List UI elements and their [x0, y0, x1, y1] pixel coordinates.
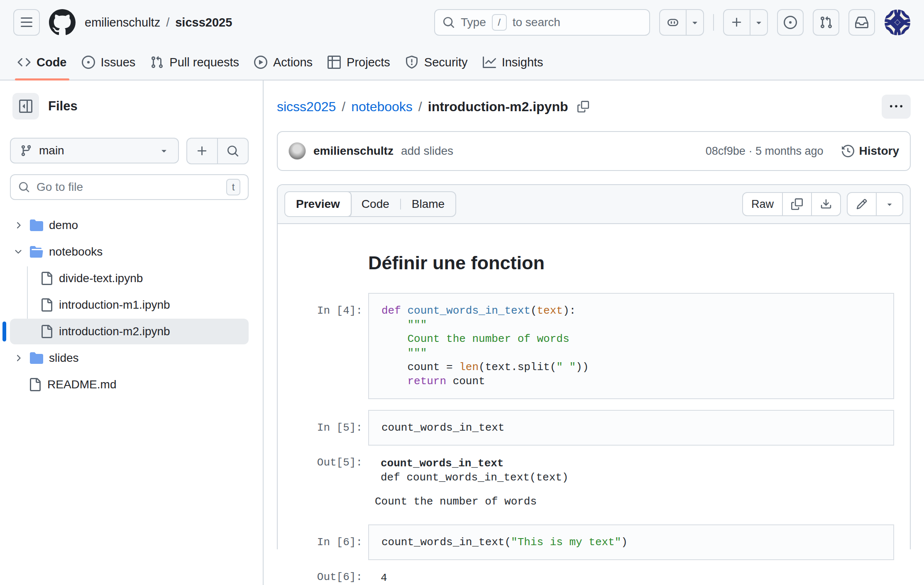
file-icon — [40, 325, 53, 338]
go-to-file-input[interactable]: Go to file t — [10, 174, 249, 200]
breadcrumb-folder-link[interactable]: notebooks — [351, 99, 413, 115]
commit-sha[interactable]: 08cf9be — [706, 145, 746, 157]
breadcrumb-repo[interactable]: sicss2025 — [175, 16, 232, 29]
folder-children: divide-text.ipynbintroduction-m1.ipynbin… — [10, 266, 249, 344]
commit-meta: 08cf9be · 5 months ago — [706, 145, 824, 158]
sidebar-item-introduction-m2-ipynb[interactable]: introduction-m2.ipynb — [10, 319, 249, 344]
tab-projects[interactable]: Projects — [320, 45, 398, 80]
commit-author[interactable]: emilienschultz — [313, 144, 394, 158]
sidebar-item-slides[interactable]: slides — [10, 345, 249, 371]
slash-key-hint: / — [492, 14, 507, 31]
commit-author-avatar[interactable] — [288, 142, 306, 160]
item-label: introduction-m1.ipynb — [59, 298, 170, 312]
copilot-icon — [666, 16, 680, 29]
sidebar-item-introduction-m1-ipynb[interactable]: introduction-m1.ipynb — [10, 292, 249, 318]
collapse-file-tree-button[interactable] — [12, 93, 39, 119]
sidebar-item-demo[interactable]: demo — [10, 212, 249, 238]
sidebar-item-notebooks[interactable]: notebooks — [10, 239, 249, 265]
history-link[interactable]: History — [842, 144, 899, 158]
commit-message[interactable]: add slides — [401, 144, 453, 158]
file-actions: Raw — [742, 192, 903, 216]
plus-icon — [196, 145, 208, 157]
go-to-file-placeholder: Go to file — [37, 180, 83, 194]
cell-prompt: In [5]: — [278, 410, 368, 446]
breadcrumb: emilienschultz / sicss2025 — [85, 16, 232, 29]
pr-icon — [150, 56, 164, 69]
avatar-pattern — [884, 9, 911, 36]
tab-blame[interactable]: Blame — [401, 192, 455, 216]
folder-icon — [30, 219, 43, 232]
cell-prompt: In [6]: — [278, 524, 368, 560]
issue-opened-icon — [784, 16, 797, 29]
your-issues-button[interactable] — [777, 9, 804, 36]
item-label: notebooks — [49, 245, 103, 258]
plus-icon — [731, 16, 743, 29]
inbox-button[interactable] — [848, 9, 875, 36]
tab-pr[interactable]: Pull requests — [143, 45, 247, 80]
tab-issues[interactable]: Issues — [74, 45, 143, 80]
code-cell-4: In [6]:count_words_in_text("This is my t… — [278, 524, 894, 560]
tab-code[interactable]: Code — [10, 45, 74, 80]
create-new-button — [723, 9, 768, 36]
copy-path-button[interactable] — [577, 101, 589, 112]
repo-nav: CodeIssuesPull requestsActionsProjectsSe… — [0, 45, 924, 80]
item-label: slides — [49, 351, 79, 365]
code-cell-1: In [4]:def count_words_in_text(text): ""… — [278, 293, 894, 399]
tab-label: Security — [424, 56, 468, 69]
output-cell-3: Out[5]:count_words_in_textdef count_word… — [278, 456, 894, 509]
branch-selector[interactable]: main — [10, 138, 179, 163]
code-input-box: def count_words_in_text(text): """ Count… — [368, 293, 894, 399]
code-icon — [17, 56, 31, 69]
sidebar-item-divide-text-ipynb[interactable]: divide-text.ipynb — [10, 266, 249, 291]
create-new-caret[interactable] — [750, 10, 767, 35]
main-content: sicss2025 / notebooks / introduction-m2.… — [264, 80, 924, 585]
edit-file-button[interactable] — [848, 193, 876, 215]
file-breadcrumb: sicss2025 / notebooks / introduction-m2.… — [277, 95, 911, 119]
file-icon — [28, 378, 42, 391]
breadcrumb-repo-link[interactable]: sicss2025 — [277, 99, 336, 115]
search-icon — [227, 145, 239, 157]
tree-actions — [186, 138, 249, 164]
sidebar-item-readme-md[interactable]: README.md — [10, 372, 249, 397]
projects-icon — [328, 56, 341, 69]
code-input-box: count_words_in_text("This is my text") — [368, 524, 894, 560]
code-cell-2: In [5]:count_words_in_text — [278, 410, 894, 446]
copilot-dropdown-caret[interactable] — [686, 10, 703, 35]
file-icon — [40, 298, 53, 312]
download-raw-button[interactable] — [811, 193, 840, 215]
tab-actions[interactable]: Actions — [247, 45, 320, 80]
cell-prompt: Out[5]: — [278, 456, 368, 509]
hamburger-menu-button[interactable] — [13, 9, 40, 36]
triangle-down-icon — [754, 17, 764, 27]
more-options-button[interactable] — [882, 95, 911, 119]
edit-dropdown-caret[interactable] — [876, 193, 902, 215]
github-logo[interactable] — [49, 9, 76, 36]
tab-insights[interactable]: Insights — [475, 45, 551, 80]
triangle-down-icon — [885, 200, 894, 209]
search-this-repo-button[interactable] — [217, 139, 248, 163]
breadcrumb-owner[interactable]: emilienschultz — [85, 16, 160, 29]
search-input[interactable]: Type / to search — [434, 9, 650, 36]
raw-button[interactable]: Raw — [743, 193, 782, 215]
tab-preview[interactable]: Preview — [284, 191, 352, 217]
tab-code[interactable]: Code — [351, 192, 400, 216]
breadcrumb-file-name: introduction-m2.ipynb — [428, 99, 568, 115]
copilot-button — [659, 9, 704, 36]
top-header: emilienschultz / sicss2025 Type / to sea… — [0, 0, 924, 45]
add-file-button[interactable] — [187, 139, 217, 163]
output-cell-5: Out[6]:4 — [278, 571, 894, 585]
commit-time: 5 months ago — [755, 145, 824, 157]
file-tree-sidebar: Files main Go to file t demonotebooksdiv — [0, 80, 264, 585]
your-pull-requests-button[interactable] — [813, 9, 839, 36]
files-panel-title: Files — [48, 99, 78, 114]
user-avatar[interactable] — [884, 9, 911, 36]
file-icon — [40, 272, 53, 285]
tab-security[interactable]: Security — [398, 45, 475, 80]
notebook-heading: Définir une fonction — [368, 252, 545, 274]
copilot-chat-button[interactable] — [660, 10, 686, 35]
cell-output: count_words_in_textdef count_words_in_te… — [368, 456, 894, 509]
copy-raw-button[interactable] — [782, 193, 811, 215]
file-viewer-header: Preview Code Blame Raw — [278, 185, 910, 224]
plus-button[interactable] — [724, 10, 750, 35]
search-icon — [18, 181, 30, 193]
